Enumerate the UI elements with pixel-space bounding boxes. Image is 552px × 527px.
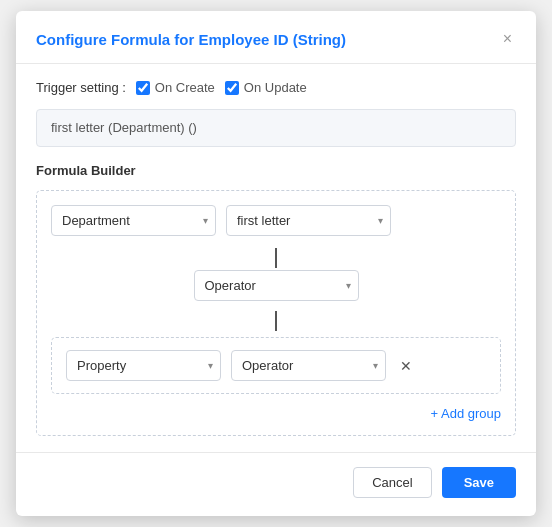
- on-create-checkbox[interactable]: [136, 81, 150, 95]
- second-row: Property Department Employee ID Name Rol…: [66, 350, 486, 381]
- function-select[interactable]: first letter uppercase lowercase concat: [226, 205, 391, 236]
- connector-line-2: [51, 311, 501, 331]
- department-select[interactable]: Department Employee ID Name Role: [51, 205, 216, 236]
- close-button[interactable]: ×: [499, 29, 516, 49]
- modal-title: Configure Formula for Employee ID (Strin…: [36, 31, 346, 48]
- formula-preview-text: first letter (Department) (): [51, 120, 197, 135]
- modal-footer: Cancel Save: [16, 452, 536, 516]
- add-group-row: + Add group: [51, 406, 501, 421]
- title-field: Employee ID: [199, 31, 289, 48]
- operator-select-wrapper: Operator AND OR NOT ▾: [194, 270, 359, 301]
- on-update-checkbox[interactable]: [225, 81, 239, 95]
- property-2-select[interactable]: Property Department Employee ID Name Rol…: [66, 350, 221, 381]
- builder-row-1: Department Employee ID Name Role ▾ first…: [51, 205, 501, 236]
- on-update-label: On Update: [244, 80, 307, 95]
- on-create-label: On Create: [155, 80, 215, 95]
- formula-builder-label: Formula Builder: [36, 163, 516, 178]
- operator-row: Operator AND OR NOT ▾: [51, 270, 501, 301]
- connector-line-1: [51, 248, 501, 268]
- title-suffix: (String): [289, 31, 347, 48]
- configure-formula-modal: Configure Formula for Employee ID (Strin…: [16, 11, 536, 516]
- modal-overlay: Configure Formula for Employee ID (Strin…: [0, 0, 552, 527]
- trigger-label: Trigger setting :: [36, 80, 126, 95]
- second-row-container: Property Department Employee ID Name Rol…: [51, 337, 501, 394]
- modal-body: Trigger setting : On Create On Update fi…: [16, 64, 536, 452]
- function-select-wrapper: first letter uppercase lowercase concat …: [226, 205, 391, 236]
- add-group-button[interactable]: + Add group: [431, 406, 501, 421]
- save-button[interactable]: Save: [442, 467, 516, 498]
- formula-preview: first letter (Department) (): [36, 109, 516, 147]
- builder-container: Department Employee ID Name Role ▾ first…: [36, 190, 516, 436]
- operator-select[interactable]: Operator AND OR NOT: [194, 270, 359, 301]
- operator-2-select-wrapper: Operator AND OR NOT ▾: [231, 350, 386, 381]
- modal-header: Configure Formula for Employee ID (Strin…: [16, 11, 536, 64]
- on-create-group: On Create: [136, 80, 215, 95]
- trigger-setting-row: Trigger setting : On Create On Update: [36, 80, 516, 95]
- property-select-wrapper: Department Employee ID Name Role ▾: [51, 205, 216, 236]
- on-update-group: On Update: [225, 80, 307, 95]
- operator-2-select[interactable]: Operator AND OR NOT: [231, 350, 386, 381]
- property-2-select-wrapper: Property Department Employee ID Name Rol…: [66, 350, 221, 381]
- cancel-button[interactable]: Cancel: [353, 467, 431, 498]
- title-prefix: Configure Formula for: [36, 31, 199, 48]
- remove-row-button[interactable]: ✕: [396, 354, 416, 378]
